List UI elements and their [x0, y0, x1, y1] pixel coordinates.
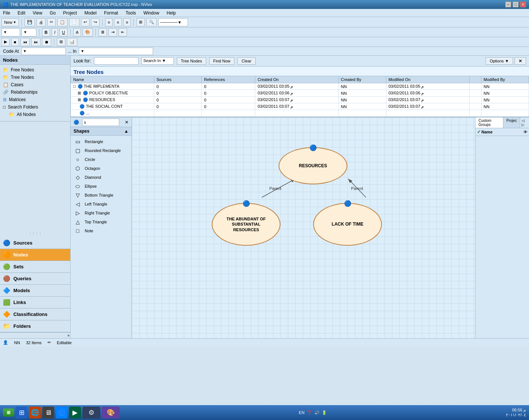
bold-button[interactable]: B [42, 28, 50, 36]
table-row[interactable]: 🔵 ... [71, 110, 529, 117]
minimize-button[interactable]: ─ [505, 1, 511, 7]
menu-window[interactable]: Window [142, 10, 161, 16]
font-size-dropdown[interactable]: ▼ [22, 28, 36, 36]
shape-item-left-triangle[interactable]: ◁ Left Triangle [71, 200, 132, 209]
menu-view[interactable]: View [31, 10, 44, 16]
outdent-button[interactable]: ⇤ [119, 28, 127, 36]
grid-button[interactable]: ⊞ [136, 18, 145, 26]
stop-button[interactable]: ■ [11, 38, 19, 46]
shape-item-square[interactable]: ▭ Rectangle [71, 137, 132, 146]
search-in-dropdown[interactable]: Search In ▼ [142, 57, 174, 65]
col-created-by[interactable]: Created By [338, 76, 386, 83]
play-button[interactable]: ▶ [1, 38, 10, 46]
close-button[interactable]: ✕ [520, 1, 526, 7]
zoom-button[interactable]: 🔍 [146, 18, 157, 26]
table-row[interactable]: ⊞ 🔵 RESOURCES 0 0 03/02/2011 03:07 م NN … [71, 97, 529, 103]
copy-button[interactable]: 📋 [57, 18, 68, 26]
col-modified-by[interactable]: Modified By [481, 76, 529, 83]
shape-item-rounded[interactable]: ▢ Rounded Rectangle [71, 146, 132, 155]
codeat-dropdown[interactable]: ▼ [21, 48, 66, 55]
sidebar-nav-queries[interactable]: 🟤 Queries [0, 273, 70, 285]
next-button[interactable]: ⏭ [31, 38, 40, 46]
align-left-button[interactable]: ≡ [105, 18, 113, 26]
col-created-on[interactable]: Created On [255, 76, 338, 83]
shape-item-ellipse[interactable]: ⬭ Ellipse [71, 182, 132, 191]
new-button[interactable]: New ▼ [1, 18, 19, 26]
zoom-dropdown[interactable]: ──────▼ [158, 18, 188, 26]
node-lacktime[interactable]: 🔵 LACK OF TIME [313, 203, 382, 246]
sidebar-nav-folders[interactable]: 📁 Folders [0, 320, 70, 332]
italic-button[interactable]: I [52, 28, 58, 36]
options-btn[interactable]: Options ▼ [486, 57, 513, 65]
col-sources[interactable]: Sources [154, 76, 202, 83]
node-abundant[interactable]: 🔵 THE ABUNDANT OFSUBSTANTIALRESOURCES [212, 203, 280, 246]
col-name[interactable]: Name [71, 76, 154, 83]
shape-item-octagon[interactable]: ⬡ Octagon [71, 164, 132, 173]
look-for-input[interactable] [94, 57, 139, 65]
redo-button[interactable]: ↪ [91, 18, 100, 26]
align-right-button[interactable]: ≡ [123, 18, 131, 26]
shape-item-top-triangle[interactable]: △ Top Triangle [71, 217, 132, 226]
table-row[interactable]: ⊞ 🔵 POLICY OBJECTIVE 0 0 03/02/2011 03:0… [71, 90, 529, 97]
menu-project[interactable]: Project [62, 10, 78, 16]
right-panel-expand-btn[interactable]: ◁ ▷ [520, 117, 529, 128]
nodes-table-container[interactable]: Name Sources References Created On Creat… [71, 76, 529, 117]
menu-go[interactable]: Go [48, 10, 57, 16]
node-resources[interactable]: 🔵 RESOURCES [279, 147, 347, 184]
underline-button[interactable]: U [59, 28, 68, 36]
codeat-in-dropdown[interactable]: ▼ [79, 48, 153, 55]
shape-item-circle[interactable]: ○ Circle [71, 155, 132, 164]
sidebar-nav-sets[interactable]: 🟢 Sets [0, 261, 70, 273]
clear-btn[interactable]: Clear [237, 57, 255, 65]
sidebar-nav-sources[interactable]: 🔵 Sources [0, 237, 70, 249]
sidebar-collapse-btn[interactable]: » [0, 332, 70, 338]
table-button[interactable]: ⊞ [57, 38, 65, 46]
shape-item-note[interactable]: □ Note [71, 226, 132, 235]
table-row[interactable]: □ 🔵 THE IMPLEMENTA 0 0 03/02/2011 03:05 … [71, 83, 529, 90]
shape-item-bottom-triangle[interactable]: ▽ Bottom Triangle [71, 191, 132, 200]
shape-item-right-triangle[interactable]: ▷ Right Triangle [71, 209, 132, 217]
sidebar-item-relationships[interactable]: 🔗 Relationships [0, 88, 70, 96]
menu-tools[interactable]: Tools [124, 10, 137, 16]
text-color-button[interactable]: A [73, 28, 81, 36]
tab-custom-groups[interactable]: Custom Groups [476, 117, 503, 128]
undo-button[interactable]: ↩ [81, 18, 90, 26]
shape-item-diamond[interactable]: ◇ Diamond [71, 173, 132, 182]
diagram-title-input[interactable] [82, 119, 119, 126]
sidebar-nav-classifications[interactable]: 🔶 Classifications [0, 308, 70, 320]
print-button[interactable]: 🖨 [36, 18, 46, 26]
sidebar-item-matrices[interactable]: ⊞ Matrices [0, 96, 70, 103]
font-family-dropdown[interactable]: ▼ [1, 28, 20, 36]
col-modified-on[interactable]: Modified On [386, 76, 469, 83]
tree-nodes-filter-btn[interactable]: Tree Nodes [177, 57, 206, 65]
table-row[interactable]: 🔵 THE SOCIAL CONT 0 0 03/02/2011 03:07 م… [71, 103, 529, 110]
canvas-area[interactable]: Parent Parent 🔵 RESOURCES 🔵 THE ABUNDANT… [132, 117, 475, 338]
sidebar-item-cases[interactable]: 📋 Cases [0, 81, 70, 88]
maximize-button[interactable]: □ [513, 1, 519, 7]
tab-project[interactable]: Projec [503, 117, 520, 128]
menu-help[interactable]: Help [165, 10, 178, 16]
sidebar-nav-links[interactable]: 🟩 Links [0, 297, 70, 308]
cut-button[interactable]: ✂ [47, 18, 56, 26]
sidebar-item-tree-nodes[interactable]: 📁 Tree Nodes [0, 74, 70, 81]
col-sort-arrow[interactable] [469, 76, 481, 83]
find-now-btn[interactable]: Find Now [209, 57, 234, 65]
sidebar-item-free-nodes[interactable]: 📁 Free Nodes [0, 66, 70, 74]
menu-model[interactable]: Model [83, 10, 98, 16]
menu-edit[interactable]: Edit [16, 10, 27, 16]
sidebar-item-all-nodes[interactable]: 📁 All Nodes [0, 111, 70, 118]
fill-color-button[interactable]: 🎨 [82, 28, 93, 36]
prev-button[interactable]: ⏮ [20, 38, 30, 46]
record-button[interactable]: ⏺ [42, 38, 51, 46]
diagram-close-btn[interactable]: ✕ [125, 120, 129, 125]
list-button[interactable]: ≣ [98, 28, 107, 36]
indent-button[interactable]: ⇥ [108, 28, 117, 36]
menu-format[interactable]: Format [103, 10, 120, 16]
shapes-collapse-icon[interactable]: ▲ [124, 129, 129, 134]
sidebar-nav-nodes[interactable]: 🟠 Nodes [0, 249, 70, 261]
sidebar-nav-models[interactable]: 🔷 Models [0, 285, 70, 297]
resize-handle[interactable]: ⋮⋮⋮⋮ [0, 230, 70, 237]
paste-button[interactable]: 📄 [69, 18, 79, 26]
sidebar-item-search-folders[interactable]: □ Search Folders [0, 103, 70, 111]
menu-file[interactable]: File [1, 10, 12, 16]
